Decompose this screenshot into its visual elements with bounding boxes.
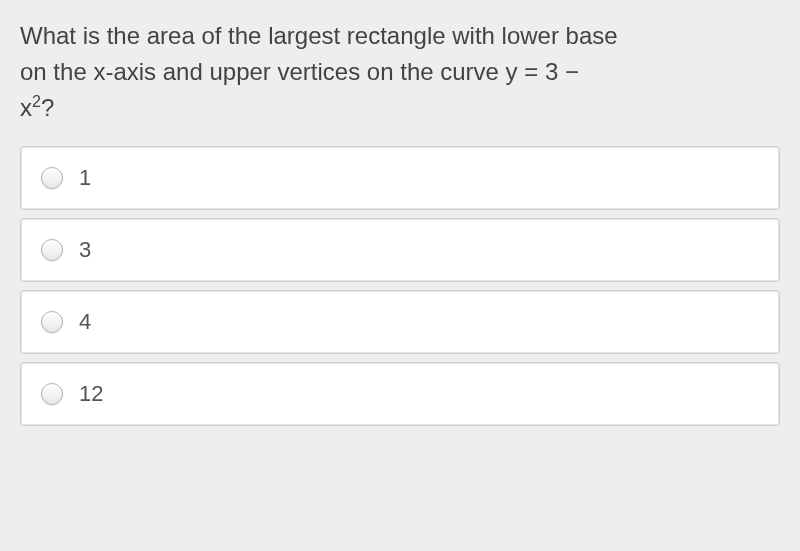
options-container: 1 3 4 12 — [20, 146, 780, 426]
option-1[interactable]: 1 — [20, 146, 780, 210]
radio-icon — [41, 167, 63, 189]
question-line-3-part2: ? — [41, 94, 54, 121]
option-label: 3 — [79, 237, 91, 263]
option-3[interactable]: 4 — [20, 290, 780, 354]
radio-icon — [41, 311, 63, 333]
question-line-3-part1: x — [20, 94, 32, 121]
question-text: What is the area of the largest rectangl… — [20, 18, 780, 126]
radio-icon — [41, 239, 63, 261]
radio-icon — [41, 383, 63, 405]
option-label: 4 — [79, 309, 91, 335]
option-label: 12 — [79, 381, 103, 407]
question-line-1: What is the area of the largest rectangl… — [20, 22, 618, 49]
option-label: 1 — [79, 165, 91, 191]
option-4[interactable]: 12 — [20, 362, 780, 426]
question-line-2: on the x-axis and upper vertices on the … — [20, 58, 579, 85]
question-superscript: 2 — [32, 93, 41, 110]
option-2[interactable]: 3 — [20, 218, 780, 282]
